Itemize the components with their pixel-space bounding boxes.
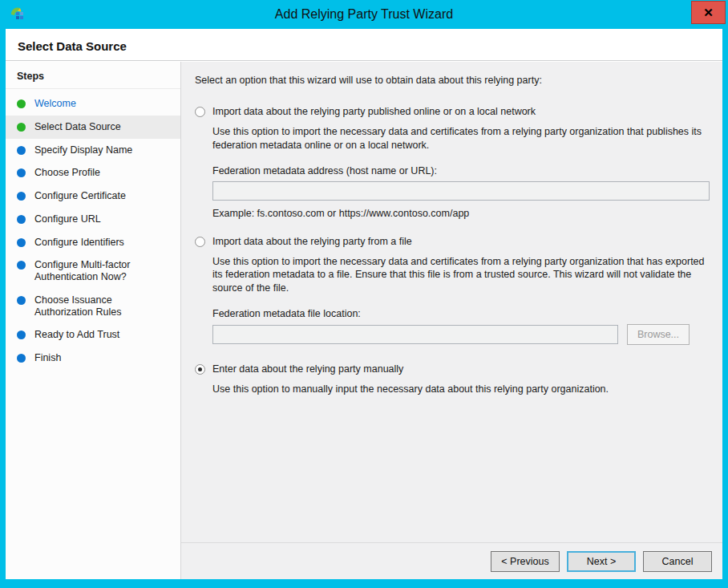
metadata-address-label: Federation metadata address (host name o…	[212, 165, 711, 176]
step-finish: Finish	[6, 347, 180, 370]
step-specify-display-name: Specify Display Name	[6, 139, 180, 162]
option-enter-manually[interactable]: Enter data about the relying party manua…	[195, 363, 711, 375]
option-import-online[interactable]: Import data about the relying party publ…	[195, 106, 711, 117]
step-upcoming-icon	[17, 168, 26, 177]
step-choose-profile: Choose Profile	[6, 161, 180, 185]
metadata-file-input[interactable]	[212, 325, 618, 344]
step-upcoming-icon	[17, 215, 26, 224]
steps-header: Steps	[6, 69, 180, 89]
metadata-address-input[interactable]	[212, 181, 710, 201]
option-enter-manually-description: Use this option to manually input the ne…	[212, 383, 711, 396]
step-configure-identifiers: Configure Identifiers	[6, 231, 180, 254]
radio-enter-manually[interactable]	[195, 364, 205, 375]
intro-text: Select an option that this wizard will u…	[195, 75, 711, 86]
page-title: Select Data Source	[18, 39, 722, 53]
wizard-button-bar: < Previous Next > Cancel	[181, 542, 722, 579]
step-completed-icon	[17, 99, 26, 108]
title-bar: Add Relying Party Trust Wizard ✕	[6, 0, 722, 29]
steps-list: Welcome Select Data Source Specify Displ…	[6, 92, 180, 370]
page-header: Select Data Source	[6, 29, 722, 60]
radio-import-online[interactable]	[195, 107, 205, 117]
step-configure-mfa: Configure Multi-factor Authentication No…	[6, 253, 180, 289]
window-title: Add Relying Party Trust Wizard	[275, 7, 453, 22]
previous-button[interactable]: < Previous	[491, 551, 560, 572]
metadata-file-label: Federation metadata file location:	[212, 308, 711, 319]
step-completed-icon	[17, 123, 26, 132]
adfs-app-icon	[9, 6, 26, 23]
next-button[interactable]: Next >	[567, 551, 636, 572]
close-icon: ✕	[703, 6, 714, 20]
wizard-body: Select Data Source Steps Welcome Select …	[6, 29, 722, 579]
radio-import-file[interactable]	[195, 237, 205, 247]
step-upcoming-icon	[17, 261, 26, 270]
option-import-file[interactable]: Import data about the relying party from…	[195, 236, 711, 247]
metadata-address-example: Example: fs.contoso.com or https://www.c…	[212, 208, 711, 219]
browse-button: Browse...	[627, 324, 690, 345]
step-upcoming-icon	[17, 354, 26, 363]
step-upcoming-icon	[17, 330, 26, 339]
wizard-window: Add Relying Party Trust Wizard ✕ Select …	[0, 0, 728, 588]
option-import-file-description: Use this option to import the necessary …	[212, 255, 711, 295]
cancel-button[interactable]: Cancel	[643, 551, 712, 572]
step-upcoming-icon	[17, 146, 26, 155]
step-upcoming-icon	[17, 296, 26, 305]
close-button[interactable]: ✕	[691, 1, 726, 24]
step-configure-certificate: Configure Certificate	[6, 185, 180, 208]
option-import-online-description: Use this option to import the necessary …	[212, 125, 711, 152]
content-column: Select an option that this wizard will u…	[181, 62, 722, 579]
step-configure-url: Configure URL	[6, 208, 180, 231]
step-choose-issuance-rules: Choose Issuance Authorization Rules	[6, 289, 180, 324]
step-select-data-source: Select Data Source	[6, 116, 180, 139]
step-upcoming-icon	[17, 238, 26, 247]
steps-sidebar: Steps Welcome Select Data Source Specify…	[6, 62, 181, 579]
step-upcoming-icon	[17, 192, 26, 201]
metadata-file-row: Browse...	[212, 324, 690, 345]
content-pane: Select an option that this wizard will u…	[181, 62, 722, 542]
step-ready-to-add-trust: Ready to Add Trust	[6, 323, 180, 347]
step-welcome[interactable]: Welcome	[6, 92, 180, 116]
